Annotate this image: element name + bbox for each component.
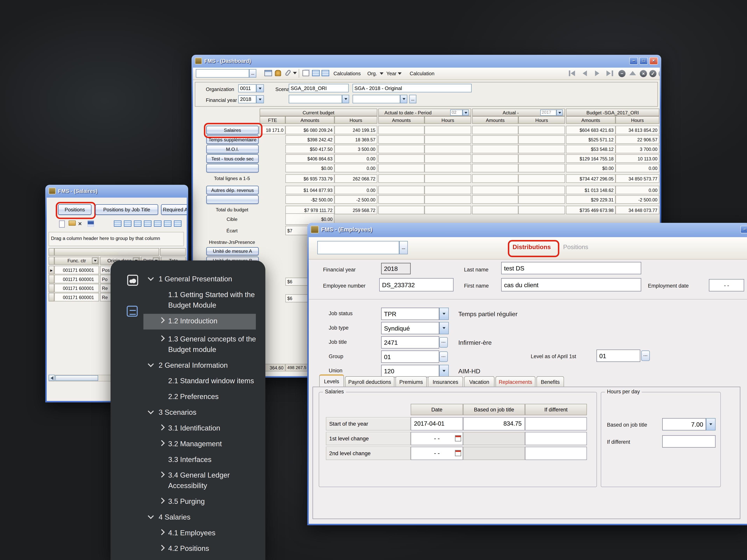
nav-item-2[interactable]: 2 General Information	[159, 360, 254, 370]
period-dropdown[interactable]	[463, 109, 469, 116]
salary-based-2[interactable]	[463, 447, 525, 460]
job-status-dropdown[interactable]	[439, 308, 449, 320]
tab-levels[interactable]: Levels	[319, 374, 344, 387]
salary-based-0[interactable]: 834.75	[463, 417, 525, 430]
job-type-value[interactable]: Syndiqué	[381, 322, 439, 335]
print-columns-icon[interactable]	[174, 220, 181, 227]
cell-empty-aa-1[interactable]	[378, 135, 424, 144]
tab-benefits[interactable]: Benefits	[537, 376, 564, 387]
dropdown-arrow-icon[interactable]	[293, 72, 297, 74]
quick-search-input[interactable]	[317, 241, 399, 254]
cell-bud-hours-6[interactable]: 0.00	[616, 186, 659, 194]
grid-view-icon[interactable]	[114, 220, 121, 227]
level-value[interactable]: 01	[596, 350, 640, 362]
previous-record-icon[interactable]	[583, 71, 587, 76]
cell-empty-a2h-8[interactable]	[518, 206, 565, 214]
cell-bud-amount-5[interactable]: $734 427 296.05	[566, 174, 616, 183]
chevron-down-icon[interactable]	[148, 275, 154, 281]
cell-bud-amount-4[interactable]: $0.00	[566, 164, 616, 172]
cell-empty-aa-5[interactable]	[378, 174, 424, 183]
nav-item-3[interactable]: 3 Scenarios	[159, 407, 254, 418]
new-document-icon[interactable]	[59, 220, 65, 228]
paperclip-icon[interactable]	[285, 69, 291, 77]
cell-fte-0[interactable]: 18 171.0	[260, 126, 285, 134]
nav-item-1.3[interactable]: 1.3 General concepts of the Budget modul…	[168, 334, 263, 355]
nav-item-4[interactable]: 4 Salaries	[159, 512, 254, 523]
tab-premiums[interactable]: Premiums	[395, 376, 427, 387]
year-dropdown-icon[interactable]	[398, 72, 402, 75]
scenario2-input[interactable]	[289, 95, 342, 103]
cell-cur-amount-1[interactable]: $398 242.42	[285, 135, 334, 144]
cell-empty-aa-7[interactable]	[378, 195, 424, 204]
cell-func-2[interactable]: 001171 600001	[54, 284, 99, 292]
nav-item-3.2[interactable]: 3.2 Management	[168, 439, 263, 449]
list-view-icon[interactable]	[124, 220, 131, 227]
cell-cur-hours-5[interactable]: 262 068.72	[334, 174, 377, 183]
cell-empty-aa-8[interactable]	[378, 206, 424, 214]
cell-func-1[interactable]: 001171 600001	[54, 275, 99, 283]
cell-empty-a2a-2[interactable]	[472, 145, 518, 153]
cancel-icon[interactable]: ×	[640, 70, 647, 77]
cell-cur-hours-4[interactable]: 0.00	[334, 164, 377, 172]
cell-bud-amount-0[interactable]: $604 683 421.63	[566, 126, 616, 134]
row-button-6[interactable]: Autres dép. revenus	[206, 186, 259, 194]
cell-empty-ah-1[interactable]	[424, 135, 471, 144]
tab-vacation[interactable]: Vacation	[464, 376, 494, 387]
cell-empty-a2a-3[interactable]	[472, 154, 518, 163]
tab-insurances[interactable]: Insurances	[428, 376, 463, 387]
financial-year-dropdown[interactable]	[256, 95, 264, 103]
row-button-unite-a[interactable]: Unité de mesure A	[206, 247, 259, 255]
close-button[interactable]: ×	[649, 57, 658, 64]
job-status-value[interactable]: TPR	[381, 308, 439, 320]
window-icon[interactable]	[264, 70, 272, 76]
year-menu[interactable]: Year	[386, 71, 396, 76]
job-title-value[interactable]: 2471	[381, 336, 439, 349]
cell-empty-aa-0[interactable]	[378, 126, 424, 134]
scenario2-desc-dropdown[interactable]	[400, 95, 407, 103]
row-button-7[interactable]	[206, 195, 259, 204]
organization-dropdown[interactable]	[256, 84, 264, 92]
cell-empty-a2h-4[interactable]	[518, 164, 565, 172]
lookup-button[interactable]: ...	[399, 241, 408, 254]
org-menu[interactable]: Org.	[367, 71, 377, 76]
nav-item-3.5[interactable]: 3.5 Purging	[168, 496, 263, 507]
nav-item-1.1[interactable]: 1.1 Getting Started with the Budget Modu…	[168, 290, 263, 311]
salary-date-2[interactable]: - -	[411, 447, 463, 460]
financial-year-value[interactable]: 2018	[381, 263, 411, 274]
scroll-left-button[interactable]	[49, 375, 55, 381]
calendar-icon[interactable]	[455, 450, 461, 456]
cell-empty-ah-3[interactable]	[424, 154, 471, 163]
cell-func-3[interactable]: 001171 600001	[54, 293, 99, 301]
row-selector-0[interactable]: ▸	[49, 266, 54, 274]
cell-empty-a2h-1[interactable]	[518, 135, 565, 144]
chevron-right-icon[interactable]	[159, 472, 165, 478]
financial-year-value[interactable]: 2018	[238, 95, 256, 103]
cell-bud-amount-1[interactable]: $525 571.12	[566, 135, 616, 144]
cell-empty-ah-4[interactable]	[424, 164, 471, 172]
nav-item-3.3[interactable]: 3.3 Interfaces	[168, 454, 263, 465]
cell-bud-amount-3[interactable]: $129 164 755.18	[566, 154, 616, 163]
organization-value[interactable]: 0011	[238, 84, 256, 92]
cell-empty-aa-3[interactable]	[378, 154, 424, 163]
scenario2-dropdown[interactable]	[342, 95, 349, 103]
chevron-right-icon[interactable]	[159, 424, 165, 430]
chevron-right-icon[interactable]	[159, 498, 165, 504]
cell-cur-hours-2[interactable]: 3 500.00	[334, 145, 377, 153]
cell-cur-amount-7[interactable]: -$2 500.00	[285, 195, 334, 204]
first-name-input[interactable]: cas du client	[501, 278, 641, 291]
cell-empty-a2a-5[interactable]	[472, 174, 518, 183]
employment-date-input[interactable]: - -	[709, 279, 744, 291]
grid-window-icon[interactable]	[312, 70, 319, 76]
stamp-icon[interactable]	[275, 70, 281, 76]
tab-replacements[interactable]: Replacements	[495, 376, 536, 387]
cell-bud-hours-1[interactable]: 22 906.57	[616, 135, 659, 144]
maximize-button[interactable]: □	[639, 57, 648, 64]
salary-diff-1[interactable]	[525, 432, 587, 445]
cell-empty-a2a-8[interactable]	[472, 206, 518, 214]
cell-cur-amount-0[interactable]: $6 080 209.24	[285, 126, 334, 134]
union-value[interactable]: 120	[381, 365, 439, 377]
group-lookup-button[interactable]: ···	[439, 351, 448, 362]
nav-item-1.2[interactable]: 1.2 Introduction	[168, 316, 263, 326]
cell-func-0[interactable]: 001171 600001	[54, 266, 99, 274]
cell-bud-hours-0[interactable]: 34 813 854.20	[616, 126, 659, 134]
